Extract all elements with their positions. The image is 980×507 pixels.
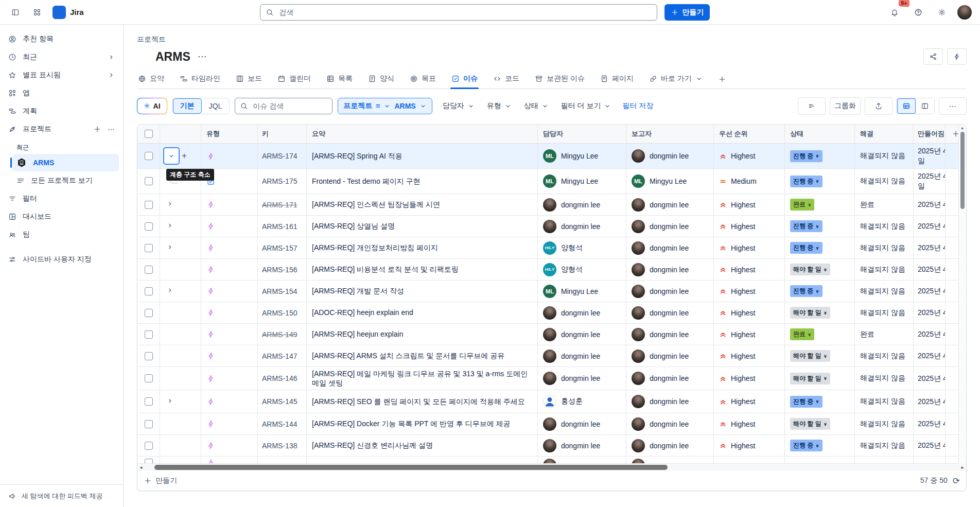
- assignee[interactable]: HS.Y양형석: [543, 241, 583, 255]
- issue-summary[interactable]: [ARMS-REQ] 개인정보처리방침 페이지: [312, 243, 438, 252]
- reporter[interactable]: dongmin lee: [632, 198, 689, 212]
- priority[interactable]: Highest: [719, 397, 755, 406]
- priority[interactable]: Highest: [719, 152, 755, 160]
- issue-key[interactable]: ARMS-154: [262, 287, 297, 295]
- sidebar-item-1[interactable]: 최근: [4, 48, 119, 66]
- tab-페이지[interactable]: 페이지: [599, 72, 635, 89]
- row-checkbox[interactable]: [145, 222, 153, 231]
- notifications-button[interactable]: 9+: [886, 4, 903, 21]
- reporter[interactable]: MLMingyu Lee: [632, 174, 687, 188]
- assignee[interactable]: [543, 459, 561, 463]
- sidebar-item-dashboard[interactable]: 대시보드: [4, 208, 119, 225]
- expand-hierarchy-button[interactable]: [166, 287, 173, 295]
- reporter[interactable]: dongmin lee: [632, 220, 689, 233]
- issue-key[interactable]: ARMS-144: [262, 420, 297, 428]
- issue-summary[interactable]: [ADOC-REQ] heejn explain end: [312, 308, 413, 317]
- priority[interactable]: Highest: [719, 287, 755, 295]
- status-badge[interactable]: 완료∨: [790, 199, 814, 211]
- status-badge[interactable]: 진행 중∨: [790, 176, 822, 187]
- priority[interactable]: Highest: [719, 244, 755, 252]
- reporter[interactable]: dongmin lee: [632, 439, 689, 452]
- global-create-button[interactable]: 만들기: [664, 4, 710, 21]
- reporter[interactable]: dongmin lee: [632, 349, 689, 363]
- status-badge[interactable]: 완료∨: [790, 328, 814, 340]
- tab-바로 가기[interactable]: 바로 가기: [648, 72, 704, 89]
- horizontal-scrollbar[interactable]: ◄ ►: [137, 463, 966, 471]
- sort-button[interactable]: [798, 97, 826, 115]
- issue-summary[interactable]: [ARMS-REQ] 비용분석 로직 분석 및 리팩토링: [312, 265, 459, 274]
- assignee[interactable]: dongmin lee: [543, 417, 600, 431]
- issue-key[interactable]: ARMS-149: [262, 330, 297, 339]
- assignee[interactable]: dongmin lee: [543, 220, 600, 233]
- ai-button[interactable]: ✳ AI: [137, 98, 167, 114]
- priority[interactable]: Highest: [719, 222, 755, 231]
- priority[interactable]: Highest: [719, 442, 755, 450]
- scroll-left-arrow[interactable]: ◄: [139, 465, 143, 470]
- reporter[interactable]: dongmin lee: [632, 306, 689, 320]
- tab-요약[interactable]: 요약: [137, 72, 165, 89]
- row-checkbox[interactable]: [145, 397, 153, 406]
- column-header-type[interactable]: 유형: [201, 125, 258, 143]
- status-badge[interactable]: 진행 중∨: [790, 396, 822, 408]
- issue-key[interactable]: ARMS-150: [262, 309, 297, 317]
- help-button[interactable]: [910, 4, 926, 21]
- issue-summary[interactable]: [ARMS-REQ] 인스펙션 팀장님들께 시연: [312, 200, 440, 209]
- sidebar-item-2[interactable]: 별표 표시됨: [4, 66, 119, 84]
- row-checkbox[interactable]: [145, 459, 153, 463]
- jql-mode-button[interactable]: JQL: [202, 98, 230, 114]
- sidebar-item-5[interactable]: 프로젝트⋯: [4, 120, 119, 138]
- reporter[interactable]: dongmin lee: [632, 417, 689, 431]
- issue-search[interactable]: [235, 98, 332, 114]
- row-checkbox[interactable]: [145, 330, 153, 339]
- sidebar-feedback-link[interactable]: 새 탐색에 대한 피드백 제공: [0, 484, 123, 507]
- filter-dropdown-담당자[interactable]: 담당자: [437, 98, 480, 114]
- priority[interactable]: Highest: [719, 201, 755, 209]
- sidebar-item-3[interactable]: 앱: [4, 84, 119, 102]
- issue-key[interactable]: ARMS-146: [262, 374, 297, 382]
- issue-summary[interactable]: [ARMS-REQ] Spring AI 적용: [312, 151, 402, 161]
- priority[interactable]: Highest: [719, 420, 755, 428]
- assignee[interactable]: dongmin lee: [543, 328, 600, 341]
- row-checkbox[interactable]: [145, 244, 153, 252]
- group-by-button[interactable]: 그룹화: [830, 97, 861, 115]
- user-avatar[interactable]: [957, 5, 972, 20]
- save-filter-link[interactable]: 필터 저장: [622, 101, 653, 111]
- status-badge[interactable]: 진행 중∨: [790, 440, 822, 451]
- issue-search-input[interactable]: [252, 101, 327, 111]
- row-checkbox[interactable]: [145, 177, 153, 185]
- assignee[interactable]: dongmin lee: [543, 439, 600, 452]
- sidebar-item-view-all-projects[interactable]: 모든 프로젝트 보기: [12, 172, 119, 189]
- tab-보관된 이슈[interactable]: 보관된 이슈: [534, 72, 586, 89]
- issue-summary[interactable]: [ARMS-REQ] Docker 기능 목록 PPT 에 반영 후 디무브에 …: [312, 419, 511, 428]
- reporter[interactable]: dongmin lee: [632, 372, 689, 385]
- reporter[interactable]: [632, 459, 650, 463]
- issue-summary[interactable]: Frontend - Test demo 페이지 구현: [312, 177, 421, 186]
- priority[interactable]: Highest: [719, 266, 755, 274]
- issue-summary[interactable]: [ARMS-REQ] 신경호 변리사님께 설명: [312, 441, 433, 450]
- expand-hierarchy-button[interactable]: [166, 243, 173, 252]
- add-tab-button[interactable]: [717, 73, 727, 89]
- sidebar-item-project-arms[interactable]: ARMS: [12, 154, 119, 171]
- chevron-right-icon[interactable]: [108, 72, 115, 79]
- breadcrumb[interactable]: 프로젝트: [137, 35, 166, 44]
- chevron-right-icon[interactable]: [108, 54, 115, 61]
- row-checkbox[interactable]: [145, 442, 153, 450]
- issue-summary[interactable]: [ARMS-REQ] ARMS 설치 스크립트 및 문서를 디무브에 공유: [312, 351, 504, 360]
- tab-목표[interactable]: 목표: [409, 72, 437, 89]
- basic-mode-button[interactable]: 기본: [173, 98, 202, 114]
- filter-dropdown-상태[interactable]: 상태: [519, 98, 554, 114]
- assignee[interactable]: HS.Y양형석: [543, 263, 583, 276]
- export-button[interactable]: [865, 97, 892, 115]
- plus-icon[interactable]: [93, 125, 101, 133]
- reporter[interactable]: dongmin lee: [632, 149, 689, 163]
- column-header-status[interactable]: 상태: [785, 125, 855, 143]
- assignee[interactable]: MLMingyu Lee: [543, 285, 598, 298]
- issue-key[interactable]: ARMS-174: [262, 152, 297, 160]
- status-badge[interactable]: 진행 중∨: [790, 285, 822, 297]
- tab-보드[interactable]: 보드: [235, 72, 263, 89]
- reporter[interactable]: dongmin lee: [632, 263, 689, 276]
- issue-key[interactable]: ARMS-171: [262, 201, 297, 209]
- collapse-sidebar-button[interactable]: [7, 4, 24, 21]
- reporter[interactable]: dongmin lee: [632, 285, 689, 298]
- tab-이슈[interactable]: 이슈: [450, 72, 479, 89]
